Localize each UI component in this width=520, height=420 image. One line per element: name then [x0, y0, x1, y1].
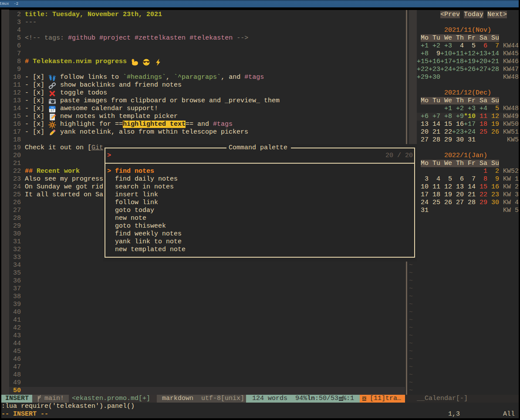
svg-text:17: 17	[51, 108, 54, 112]
